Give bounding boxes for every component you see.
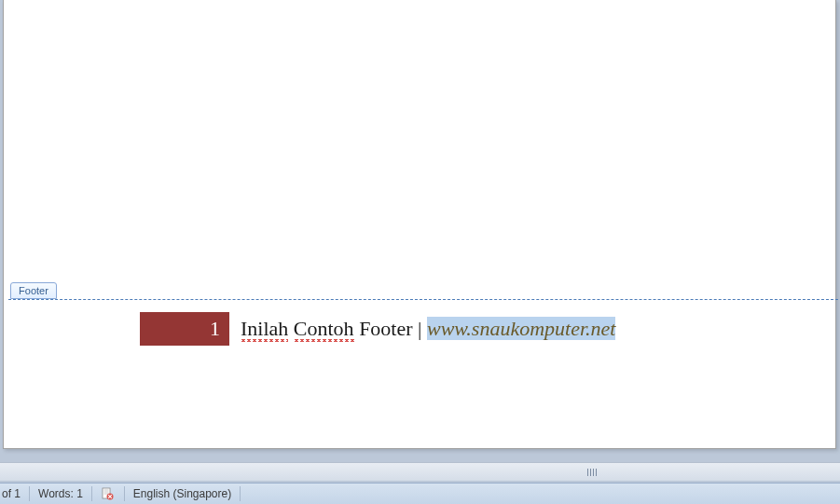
footer-hyperlink-selected[interactable]: www.snaukomputer.net — [427, 317, 615, 340]
footer-page-number-box[interactable]: 1 — [140, 312, 229, 346]
status-bar: of 1 Words: 1 English (Singapore) — [0, 483, 840, 504]
footer-section-tab[interactable]: Footer — [10, 282, 57, 299]
footer-text-word: Inilah — [241, 317, 288, 340]
footer-boundary-line — [8, 299, 838, 300]
document-page[interactable]: Footer 1 Inilah Contoh Footer | www.snau… — [3, 0, 836, 449]
divider — [240, 486, 241, 501]
divider — [29, 486, 30, 501]
footer-text-word: Footer | — [359, 317, 421, 340]
divider — [124, 486, 125, 501]
footer-content[interactable]: 1 Inilah Contoh Footer | www.snaukompute… — [140, 312, 615, 346]
language-indicator[interactable]: English (Singapore) — [128, 484, 237, 505]
page-indicator[interactable]: of 1 — [0, 484, 26, 505]
footer-text-word: Contoh — [294, 317, 354, 340]
word-count[interactable]: Words: 1 — [33, 484, 89, 505]
proofing-error-icon — [101, 487, 114, 500]
footer-text-line[interactable]: Inilah Contoh Footer | www.snaukomputer.… — [241, 317, 615, 341]
split-handle-icon[interactable] — [587, 469, 597, 476]
proofing-indicator[interactable] — [95, 484, 121, 505]
horizontal-scrollbar[interactable] — [0, 462, 840, 481]
divider — [91, 486, 92, 501]
